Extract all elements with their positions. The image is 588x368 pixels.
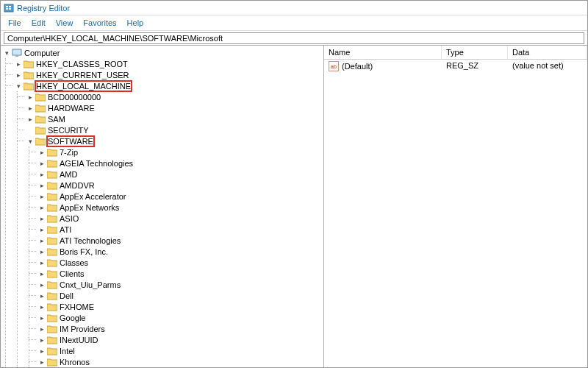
tree-label: AMD <box>60 170 77 179</box>
chevron-right-icon[interactable]: ▸ <box>26 104 35 113</box>
tree-node-security[interactable]: ·SECURITY <box>24 124 323 135</box>
tree-node-intel[interactable]: ▸Intel <box>36 345 323 356</box>
menu-edit[interactable]: Edit <box>27 17 50 29</box>
svg-rect-4 <box>9 8 11 10</box>
chevron-right-icon[interactable]: ▸ <box>37 302 46 311</box>
folder-icon <box>47 314 57 322</box>
tree-label: SAM <box>48 115 65 124</box>
list-pane: Name Type Data ab (Default) REG_SZ (valu… <box>324 46 587 367</box>
tree-node-boris-fx-inc-[interactable]: ▸Boris FX, Inc. <box>36 246 323 257</box>
tree-node-hardware[interactable]: ▸HARDWARE <box>24 102 323 113</box>
folder-icon <box>47 258 57 267</box>
tree-node-clients[interactable]: ▸Clients <box>36 268 323 279</box>
tree-node-khronos[interactable]: ▸Khronos <box>36 356 323 367</box>
chevron-right-icon[interactable]: ▸ <box>37 236 46 245</box>
folder-icon <box>47 159 57 168</box>
folder-icon <box>35 126 46 135</box>
tree-node-sam[interactable]: ▸SAM <box>24 113 323 124</box>
tree-node-appex-accelerator[interactable]: ▸AppEx Accelerator <box>36 191 323 202</box>
chevron-right-icon[interactable]: ▸ <box>37 336 46 344</box>
address-input[interactable] <box>4 32 584 44</box>
tree-label: HARDWARE <box>48 104 95 113</box>
tree-node-software[interactable]: ▾SOFTWARE <box>24 135 323 146</box>
tree-node-fxhome[interactable]: ▸FXHOME <box>36 301 323 312</box>
tree-label: HKEY_CURRENT_USER <box>36 71 129 79</box>
chevron-right-icon[interactable]: ▸ <box>37 280 46 289</box>
tree-node-inextuuid[interactable]: ▸INextUUID <box>36 334 323 345</box>
chevron-right-icon[interactable]: ▸ <box>37 314 46 322</box>
tree-node-google[interactable]: ▸Google <box>36 312 323 323</box>
tree-label: Intel <box>60 347 75 355</box>
tree-node-computer[interactable]: ▾ Computer <box>1 47 323 58</box>
chevron-right-icon[interactable]: ▸ <box>37 225 46 234</box>
chevron-right-icon[interactable]: ▸ <box>37 347 46 355</box>
chevron-right-icon[interactable]: ▸ <box>26 93 35 102</box>
chevron-right-icon[interactable]: ▸ <box>37 325 46 333</box>
chevron-right-icon[interactable]: ▸ <box>37 203 46 212</box>
folder-icon <box>47 269 57 278</box>
tree-label: Classes <box>60 258 88 267</box>
col-header-name[interactable]: Name <box>324 46 442 59</box>
menu-help[interactable]: Help <box>123 17 148 29</box>
tree-node-ati[interactable]: ▸ATI <box>36 224 323 235</box>
tree-node-ageia-technologies[interactable]: ▸AGEIA Technologies <box>36 158 323 169</box>
chevron-right-icon[interactable]: ▸ <box>37 358 46 367</box>
chevron-down-icon[interactable]: ▾ <box>14 82 23 91</box>
chevron-right-icon[interactable]: ▸ <box>14 60 23 68</box>
tree-label: Computer <box>24 49 60 57</box>
tree-node-appex-networks[interactable]: ▸AppEx Networks <box>36 202 323 213</box>
tree-label: HKEY_LOCAL_MACHINE <box>35 80 132 92</box>
chevron-down-icon[interactable]: ▾ <box>2 49 11 57</box>
tree-label: AMDDVR <box>60 181 95 190</box>
tree-node-im-providers[interactable]: ▸IM Providers <box>36 323 323 334</box>
tree-node-bcd[interactable]: ▸BCD00000000 <box>24 91 323 102</box>
chevron-right-icon[interactable]: ▸ <box>37 214 46 223</box>
folder-icon <box>47 214 57 223</box>
tree-label: ASIO <box>60 214 79 223</box>
col-header-data[interactable]: Data <box>508 46 587 59</box>
folder-icon <box>24 71 34 79</box>
tree-node-amddvr[interactable]: ▸AMDDVR <box>36 180 323 191</box>
tree-label: ATI Technologies <box>60 236 121 245</box>
folder-icon <box>47 325 57 333</box>
folder-icon <box>47 280 57 289</box>
folder-icon <box>35 93 46 102</box>
menu-favorites[interactable]: Favorites <box>79 17 121 29</box>
chevron-right-icon[interactable]: ▸ <box>26 115 35 124</box>
col-header-type[interactable]: Type <box>442 46 508 59</box>
chevron-right-icon[interactable]: ▸ <box>37 170 46 179</box>
chevron-right-icon[interactable]: ▸ <box>37 148 46 157</box>
chevron-right-icon[interactable]: ▸ <box>37 192 46 201</box>
tree-node-amd[interactable]: ▸AMD <box>36 169 323 180</box>
tree-node-hkcu[interactable]: ▸HKEY_CURRENT_USER <box>12 69 323 80</box>
menu-file[interactable]: File <box>4 17 26 29</box>
tree-label: Clients <box>60 269 85 278</box>
chevron-right-icon[interactable]: ▸ <box>14 71 23 79</box>
chevron-right-icon[interactable]: ▸ <box>37 269 46 278</box>
tree-node-7-zip[interactable]: ▸7-Zip <box>36 146 323 158</box>
tree-pane[interactable]: ▾ Computer ▸HKEY_CLASSES_ROOT ▸HKEY_CURR… <box>1 46 324 367</box>
chevron-right-icon[interactable]: ▸ <box>37 181 46 190</box>
svg-rect-1 <box>6 6 8 7</box>
chevron-right-icon[interactable]: ▸ <box>37 291 46 300</box>
value-data: (value not set) <box>508 60 587 73</box>
string-value-icon: ab <box>329 61 339 71</box>
tree-node-dell[interactable]: ▸Dell <box>36 290 323 301</box>
value-row[interactable]: ab (Default) REG_SZ (value not set) <box>324 60 587 73</box>
tree-node-classes[interactable]: ▸Classes <box>36 257 323 268</box>
folder-icon <box>47 170 57 179</box>
chevron-right-icon[interactable]: ▸ <box>37 247 46 256</box>
folder-icon <box>35 104 46 113</box>
tree-node-hkcr[interactable]: ▸HKEY_CLASSES_ROOT <box>12 58 323 69</box>
menu-view[interactable]: View <box>51 17 78 29</box>
tree-node-hklm[interactable]: ▾HKEY_LOCAL_MACHINE <box>12 80 323 91</box>
tree-node-asio[interactable]: ▸ASIO <box>36 213 323 224</box>
folder-icon <box>47 236 57 245</box>
tree-node-cnxt-uiu-parms[interactable]: ▸Cnxt_Uiu_Parms <box>36 279 323 290</box>
chevron-down-icon[interactable]: ▾ <box>26 137 35 146</box>
chevron-right-icon[interactable]: ▸ <box>37 159 46 168</box>
content-area: ▾ Computer ▸HKEY_CLASSES_ROOT ▸HKEY_CURR… <box>1 46 587 367</box>
tree-node-ati-technologies[interactable]: ▸ATI Technologies <box>36 235 323 246</box>
chevron-right-icon[interactable]: ▸ <box>37 258 46 267</box>
folder-icon <box>35 137 46 146</box>
